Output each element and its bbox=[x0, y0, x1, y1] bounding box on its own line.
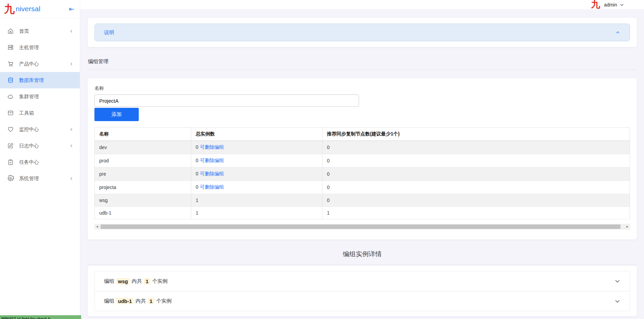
cell-total-instances: 0可删除编组 bbox=[191, 168, 323, 181]
column-header-total: 总实例数 bbox=[191, 128, 323, 141]
cell-group-name: udb-1 bbox=[95, 207, 191, 219]
cell-sync-nodes: 0 bbox=[323, 194, 630, 207]
group-name-highlight: wsg bbox=[116, 278, 130, 285]
cloud-icon bbox=[7, 93, 14, 100]
sidebar-item-server[interactable]: 主机管理 bbox=[0, 39, 80, 56]
sidebar-item-label: 数据库管理 bbox=[19, 77, 44, 84]
notice-panel[interactable]: 说明 bbox=[94, 24, 630, 41]
cell-sync-nodes: 1 bbox=[323, 207, 630, 219]
cart-icon bbox=[7, 60, 14, 67]
name-field-label: 名称 bbox=[94, 85, 630, 91]
chevron-left-icon bbox=[69, 176, 74, 181]
heart-icon bbox=[7, 126, 14, 133]
chevron-left-icon bbox=[69, 29, 74, 33]
chevron-down-icon[interactable] bbox=[614, 278, 620, 284]
group-name-input[interactable] bbox=[94, 95, 359, 107]
chevron-down-icon[interactable] bbox=[619, 2, 624, 7]
cell-total-instances: 0可删除编组 bbox=[191, 181, 323, 194]
table-body: dev0可删除编组0prod0可删除编组0pre0可删除编组0projecta0… bbox=[95, 141, 630, 219]
table-header-row: 名称 总实例数 推荐同步复制节点数(建议最少1个) bbox=[95, 128, 630, 141]
table-row: udb-111 bbox=[95, 207, 630, 219]
table-row: pre0可删除编组0 bbox=[95, 168, 630, 181]
chevron-down-icon[interactable] bbox=[614, 298, 620, 304]
status-badge: MIMAET id field for check b bbox=[0, 315, 81, 319]
chevron-up-icon[interactable] bbox=[615, 30, 620, 35]
username-label[interactable]: admin bbox=[604, 2, 617, 8]
accordion-label: 编组udb-1内共1个实例 bbox=[104, 298, 171, 304]
sidebar-item-database[interactable]: 数据库管理 bbox=[0, 72, 80, 88]
sidebar-item-label: 产品中心 bbox=[19, 61, 39, 67]
database-icon bbox=[7, 77, 14, 84]
column-header-name: 名称 bbox=[95, 128, 191, 141]
sidebar-collapse-icon[interactable]: ⇤ bbox=[69, 6, 74, 12]
delete-group-link[interactable]: 可删除编组 bbox=[200, 158, 224, 163]
table-row: wsg10 bbox=[95, 194, 630, 207]
sidebar-item-label: 系统管理 bbox=[19, 175, 39, 182]
delete-group-link[interactable]: 可删除编组 bbox=[200, 144, 224, 150]
accordion-label: 编组wsg内共1个实例 bbox=[104, 278, 168, 285]
cell-total-instances: 1 bbox=[191, 207, 323, 219]
sidebar-item-label: 任务中心 bbox=[19, 159, 39, 165]
delete-group-link[interactable]: 可删除编组 bbox=[200, 184, 224, 190]
sidebar-item-heart[interactable]: 监控中心 bbox=[0, 121, 80, 137]
cell-group-name: projecta bbox=[95, 181, 191, 194]
detail-divider bbox=[88, 264, 637, 265]
cell-group-name: pre bbox=[95, 168, 191, 181]
accordion-group-wsg[interactable]: 编组wsg内共1个实例 bbox=[95, 271, 630, 291]
cell-group-name: dev bbox=[95, 141, 191, 154]
brand-logo-text: niversal bbox=[16, 5, 40, 13]
cell-group-name: wsg bbox=[95, 194, 191, 207]
logo-row: 九 niversal ⇤ bbox=[0, 0, 80, 18]
sidebar-item-label: 主机管理 bbox=[19, 44, 39, 51]
section-divider bbox=[88, 70, 637, 70]
clipboard-icon bbox=[7, 159, 14, 165]
cell-total-instances: 0可删除编组 bbox=[191, 154, 323, 168]
sidebar-item-gear[interactable]: 系统管理 bbox=[0, 170, 80, 187]
sidebar-item-label: 集群管理 bbox=[19, 93, 39, 100]
column-header-sync: 推荐同步复制节点数(建议最少1个) bbox=[323, 128, 630, 141]
sidebar-item-label: 首页 bbox=[19, 28, 29, 34]
sidebar-item-label: 日志中心 bbox=[19, 143, 39, 149]
horizontal-scrollbar[interactable]: ◄ ► bbox=[94, 224, 630, 230]
sidebar-item-clipboard[interactable]: 任务中心 bbox=[0, 154, 80, 170]
sidebar-item-label: 工具箱 bbox=[19, 110, 34, 116]
cell-group-name: prod bbox=[95, 154, 191, 168]
sidebar-item-label: 监控中心 bbox=[19, 126, 39, 133]
home-icon bbox=[7, 28, 14, 34]
section-title: 编组管理 bbox=[88, 58, 637, 65]
sidebar-nav: 首页主机管理产品中心数据库管理集群管理工具箱监控中心日志中心任务中心系统管理 bbox=[0, 18, 80, 187]
status-badge-text: MIMAET id field for check b bbox=[0, 315, 81, 319]
group-name-highlight: udb-1 bbox=[116, 298, 134, 304]
content-area: 说明 编组管理 名称 添加 名称 总实例数 推荐同步复制节点数(建议最少1个) bbox=[80, 9, 644, 319]
groups-table: 名称 总实例数 推荐同步复制节点数(建议最少1个) dev0可删除编组0prod… bbox=[94, 127, 630, 219]
detail-heading: 编组实例详情 bbox=[88, 250, 637, 259]
chevron-left-icon bbox=[69, 127, 74, 132]
chevron-left-icon bbox=[69, 62, 74, 66]
cell-sync-nodes: 0 bbox=[323, 154, 630, 168]
cell-total-instances: 0可删除编组 bbox=[191, 141, 323, 154]
sidebar-item-cloud[interactable]: 集群管理 bbox=[0, 88, 80, 105]
sidebar: 九 niversal ⇤ 首页主机管理产品中心数据库管理集群管理工具箱监控中心日… bbox=[0, 0, 80, 319]
scrollbar-thumb[interactable] bbox=[101, 224, 620, 229]
instance-count-highlight: 1 bbox=[148, 298, 154, 304]
scroll-right-arrow[interactable]: ► bbox=[625, 224, 630, 230]
gear-icon bbox=[7, 175, 14, 182]
accordion-list: 编组wsg内共1个实例编组udb-1内共1个实例 bbox=[94, 271, 630, 311]
cell-sync-nodes: 0 bbox=[323, 141, 630, 154]
sidebar-item-box[interactable]: 工具箱 bbox=[0, 105, 80, 121]
sidebar-item-cart[interactable]: 产品中心 bbox=[0, 56, 80, 72]
add-button[interactable]: 添加 bbox=[94, 108, 139, 121]
chevron-left-icon bbox=[69, 144, 74, 148]
delete-group-link[interactable]: 可删除编组 bbox=[200, 171, 224, 176]
notice-title: 说明 bbox=[104, 29, 114, 36]
accordion-group-udb-1[interactable]: 编组udb-1内共1个实例 bbox=[95, 291, 630, 311]
sidebar-item-edit[interactable]: 日志中心 bbox=[0, 137, 80, 154]
edit-icon bbox=[7, 142, 14, 149]
topbar: 九 admin bbox=[80, 0, 644, 9]
sidebar-item-home[interactable]: 首页 bbox=[0, 23, 80, 39]
main-column: 九 admin 说明 编组管理 名称 添加 名称 bbox=[80, 0, 644, 319]
server-icon bbox=[7, 44, 14, 51]
user-avatar: 九 bbox=[591, 0, 600, 9]
table-row: prod0可删除编组0 bbox=[95, 154, 630, 168]
scroll-left-arrow[interactable]: ◄ bbox=[94, 224, 100, 230]
